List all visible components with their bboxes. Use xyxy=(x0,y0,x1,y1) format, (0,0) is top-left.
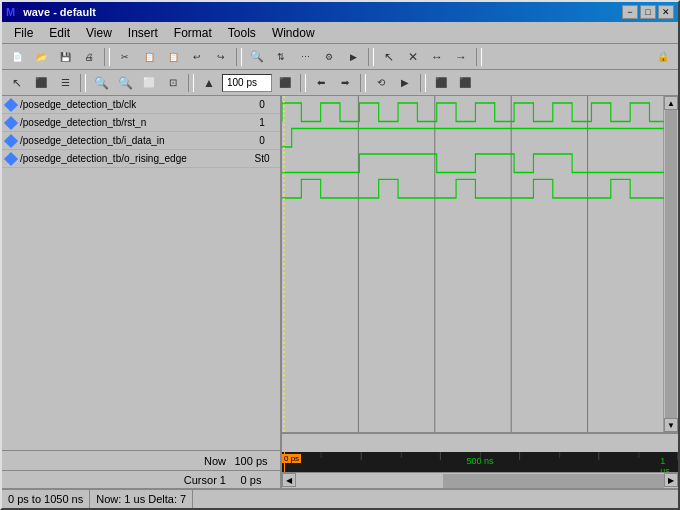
wave-signals-area[interactable] xyxy=(282,96,664,432)
tb-cut[interactable]: ✂ xyxy=(114,47,136,67)
tb-copy[interactable]: 📋 xyxy=(138,47,160,67)
menu-window[interactable]: Window xyxy=(264,24,323,42)
tb2-next-edge[interactable]: ➡ xyxy=(334,73,356,93)
bottom-scroll-area[interactable]: ◀ ▶ xyxy=(282,472,678,488)
tb-sep-3 xyxy=(368,48,374,66)
tb2-zoom-fit[interactable]: ⊡ xyxy=(162,73,184,93)
tb-move[interactable]: → xyxy=(450,47,472,67)
tb-sep-1 xyxy=(104,48,110,66)
tb2-cursor[interactable]: ↖ xyxy=(6,73,28,93)
status-bar-1: 0 ps to 1050 ns Now: 1 us Delta: 7 xyxy=(2,488,678,508)
tb-sep-4 xyxy=(476,48,482,66)
tb2-down[interactable]: ⬛ xyxy=(274,73,296,93)
window-title: wave - default xyxy=(23,6,96,18)
tb2-sep-1 xyxy=(80,74,86,92)
signal-row-rising[interactable]: /posedge_detection_tb/o_rising_edge St0 xyxy=(2,150,280,168)
tb-lock[interactable]: 🔒 xyxy=(652,47,674,67)
waveform-svg xyxy=(282,96,664,432)
tb-sort[interactable]: ⇅ xyxy=(270,47,292,67)
title-bar-controls[interactable]: − □ ✕ xyxy=(622,5,674,19)
tb2-up[interactable]: ▲ xyxy=(198,73,220,93)
tb2-sep-4 xyxy=(360,74,366,92)
tb-undo[interactable]: ↩ xyxy=(186,47,208,67)
maximize-button[interactable]: □ xyxy=(640,5,656,19)
tb-sim[interactable]: ▶ xyxy=(342,47,364,67)
tb-zoom-out[interactable]: ↔ xyxy=(426,47,448,67)
menu-view[interactable]: View xyxy=(78,24,120,42)
tb-sep-2 xyxy=(236,48,242,66)
time-display: 100 ps xyxy=(222,74,272,92)
scroll-up-arrow[interactable]: ▲ xyxy=(664,96,678,110)
tb-print[interactable]: 🖨 xyxy=(78,47,100,67)
tb-open[interactable]: 📂 xyxy=(30,47,52,67)
close-button[interactable]: ✕ xyxy=(658,5,674,19)
tb2-zoom-in-btn[interactable]: 🔍 xyxy=(90,73,112,93)
signal-name-rst: /posedge_detection_tb/rst_n xyxy=(20,117,244,128)
tb2-loop[interactable]: ⟲ xyxy=(370,73,392,93)
scroll-down-arrow[interactable]: ▼ xyxy=(664,418,678,432)
title-bar-left: M wave - default xyxy=(6,6,96,18)
signal-name-data: /posedge_detection_tb/i_data_in xyxy=(20,135,244,146)
tb2-zoom-region[interactable]: ⬛ xyxy=(30,73,52,93)
tb-save[interactable]: 💾 xyxy=(54,47,76,67)
title-bar: M wave - default − □ ✕ xyxy=(2,2,678,22)
wave-and-scroll: ▲ ▼ xyxy=(282,96,678,432)
time-ruler: 0 ps 500 ns 1 us xyxy=(282,452,678,472)
signal-icon-data xyxy=(4,133,18,147)
scroll-track xyxy=(665,110,677,418)
scroll-right-arrow[interactable]: ▶ xyxy=(664,473,678,487)
tb-zoom-in[interactable]: ✕ xyxy=(402,47,424,67)
signal-value-rising: St0 xyxy=(248,153,276,164)
tb2-zoom-full[interactable]: ⬜ xyxy=(138,73,160,93)
signal-row-data[interactable]: /posedge_detection_tb/i_data_in 0 xyxy=(2,132,280,150)
tb2-play[interactable]: ▶ xyxy=(394,73,416,93)
app-icon: M xyxy=(6,6,15,18)
tb-settings[interactable]: ⚙ xyxy=(318,47,340,67)
menu-file[interactable]: File xyxy=(6,24,41,42)
menu-tools[interactable]: Tools xyxy=(220,24,264,42)
v-scrollbar[interactable]: ▲ ▼ xyxy=(664,96,678,432)
tb2-prev-edge[interactable]: ⬅ xyxy=(310,73,332,93)
scroll-left-arrow[interactable]: ◀ xyxy=(282,473,296,487)
signal-value-rst: 1 xyxy=(248,117,276,128)
now-label: Now xyxy=(6,455,226,467)
now-value: 100 ps xyxy=(226,455,276,467)
tb2-sep-2 xyxy=(188,74,194,92)
menu-insert[interactable]: Insert xyxy=(120,24,166,42)
h-scroll-thumb[interactable] xyxy=(296,474,443,488)
tb2-marker1[interactable]: ⬛ xyxy=(430,73,452,93)
signal-icon-clk xyxy=(4,97,18,111)
signal-icon-rst xyxy=(4,115,18,129)
tb2-pan[interactable]: ☰ xyxy=(54,73,76,93)
tb-new[interactable]: 📄 xyxy=(6,47,28,67)
signal-value-data: 0 xyxy=(248,135,276,146)
tb-search[interactable]: 🔍 xyxy=(246,47,268,67)
h-scroll-track xyxy=(296,474,664,488)
signal-row-clk[interactable]: /posedge_detection_tb/clk 0 xyxy=(2,96,280,114)
tb-redo[interactable]: ↪ xyxy=(210,47,232,67)
menu-format[interactable]: Format xyxy=(166,24,220,42)
toolbar-2: ↖ ⬛ ☰ 🔍 🔍 ⬜ ⊡ ▲ 100 ps ⬛ ⬅ ➡ ⟲ ▶ ⬛ ⬛ xyxy=(2,70,678,96)
wave-container: ▲ ▼ 0 ps 500 ns xyxy=(282,96,678,488)
menu-edit[interactable]: Edit xyxy=(41,24,78,42)
status-range: 0 ps to 1050 ns xyxy=(2,490,90,508)
cursor-label: Cursor 1 xyxy=(6,474,226,486)
signal-now-row: Now 100 ps xyxy=(2,450,280,470)
tb2-marker2[interactable]: ⬛ xyxy=(454,73,476,93)
wave-now-row xyxy=(282,432,678,452)
tb2-zoom-out-btn[interactable]: 🔍 xyxy=(114,73,136,93)
signal-value-clk: 0 xyxy=(248,99,276,110)
ruler-ticks xyxy=(282,452,678,472)
tb2-sep-5 xyxy=(420,74,426,92)
menu-bar: File Edit View Insert Format Tools Windo… xyxy=(2,22,678,44)
minimize-button[interactable]: − xyxy=(622,5,638,19)
status-info: Now: 1 us Delta: 7 xyxy=(90,490,193,508)
toolbar-1: 📄 📂 💾 🖨 ✂ 📋 📋 ↩ ↪ 🔍 ⇅ ⋯ ⚙ ▶ ↖ ✕ ↔ → 🔒 xyxy=(2,44,678,70)
signal-cursor-row: Cursor 1 0 ps xyxy=(2,470,280,488)
signal-row-rst[interactable]: /posedge_detection_tb/rst_n 1 xyxy=(2,114,280,132)
tb-filter[interactable]: ⋯ xyxy=(294,47,316,67)
signal-empty-area xyxy=(2,168,280,450)
signal-panel: /posedge_detection_tb/clk 0 /posedge_det… xyxy=(2,96,282,488)
tb-select[interactable]: ↖ xyxy=(378,47,400,67)
tb-paste[interactable]: 📋 xyxy=(162,47,184,67)
